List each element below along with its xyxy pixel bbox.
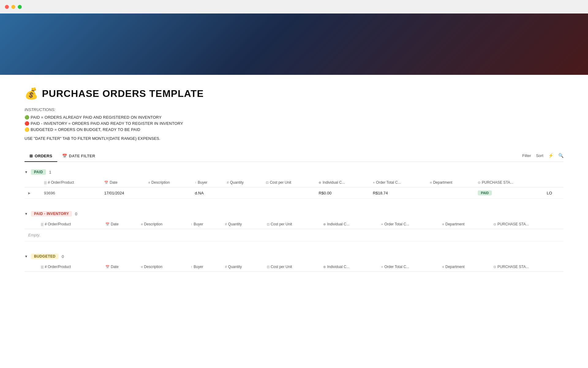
order-description [145,187,191,199]
filter-button[interactable]: Filter [522,153,531,158]
group-budgeted: ▼ BUDGETED 0 |||# Order/Product 📅Date ≡D… [24,254,564,272]
group-paid-header: ▼ PAID 1 [24,169,564,175]
col-department: ≡Department [426,178,474,187]
col-order-product: |||# Order/Product [40,178,101,187]
page-icon: 💰 [24,87,38,100]
col-date: 📅Date [100,178,145,187]
order-individual-cost: R$0.00 [315,187,369,199]
col-buyer: ↑Buyer [187,220,221,229]
group-paid-inventory-table: |||# Order/Product 📅Date ≡Description ↑B… [24,220,564,241]
col-cost-per-unit: ⊡Cost per Unit [263,220,320,229]
col-individual-cost: ⊕Individual C... [319,220,377,229]
order-status: PAID [474,187,543,199]
paid-inventory-table-header-row: |||# Order/Product 📅Date ≡Description ↑B… [24,220,564,229]
col-order-total: +Order Total C... [377,220,438,229]
col-buyer: ↑Buyer [187,262,221,272]
col-order-product: |||# Order/Product [37,262,101,272]
group-paid: ▼ PAID 1 |||# Order/Product 📅Date ≡Descr… [24,169,564,199]
col-quantity: #Quantity [221,220,263,229]
instructions-section: INSTRUCTIONS: 🟢 PAID = ORDERS ALREADY PA… [24,107,564,141]
group-paid-inventory-badge: PAID - INVENTORY [31,211,72,217]
order-total: R$18.74 [369,187,426,199]
col-cost-per-unit: ⊡Cost per Unit [263,262,320,272]
group-budgeted-badge: BUDGETED [31,254,59,259]
group-paid-table: |||# Order/Product 📅Date ≡Description ↑B… [24,178,564,199]
instruction-budgeted: 🟡 BUDGETED = ORDERS ON BUDGET, READY TO … [24,127,564,132]
tab-date-filter[interactable]: 📅 DATE FILTER [57,151,100,162]
lightning-icon[interactable]: ⚡ [548,153,553,158]
col-individual-cost: ⊕Individual C... [315,178,369,187]
col-description: ≡Description [137,262,187,272]
tabs-right: Filter Sort ⚡ 🔍 [522,153,564,159]
close-button[interactable] [5,5,9,9]
instruction-paid-inventory: 🔴 PAID - INVENTORY = ORDERS PAID AND REA… [24,121,564,126]
col-expander [24,178,40,187]
group-paid-inventory-header: ▼ PAID - INVENTORY 0 [24,211,564,217]
col-individual-cost: ⊕Individual C... [319,262,377,272]
page-title: PURCHASE ORDERS TEMPLATE [42,88,204,99]
group-budgeted-count: 0 [62,254,64,259]
group-paid-inventory: ▼ PAID - INVENTORY 0 |||# Order/Product … [24,211,564,241]
col-date: 📅Date [102,220,137,229]
order-date: 17/01/2024 [100,187,145,199]
hero-banner [0,13,588,75]
order-extra: LO [543,187,564,199]
tab-date-filter-label: DATE FILTER [69,154,95,158]
col-status: ⊙PURCHASE STA... [490,262,564,272]
col-department: ≡Department [439,262,490,272]
group-budgeted-table: |||# Order/Product 📅Date ≡Description ↑B… [24,262,564,272]
titlebar [0,0,588,13]
group-paid-count: 1 [49,170,51,174]
col-department: ≡Department [439,220,490,229]
minimize-button[interactable] [11,5,15,9]
group-paid-toggle[interactable]: ▼ [24,170,28,174]
group-budgeted-toggle[interactable]: ▼ [24,255,28,258]
instructions-note: USE "DATE FILTER" TAB TO FILTER MONTLY(D… [24,136,564,141]
maximize-button[interactable] [18,5,22,9]
tabs-row: ⊞ ORDERS 📅 DATE FILTER Filter Sort ⚡ 🔍 [24,151,564,162]
tab-orders[interactable]: ⊞ ORDERS [24,151,57,162]
instruction-paid: 🟢 PAID = ORDERS ALREADY PAID AND REGISTE… [24,115,564,120]
col-order-total: +Order Total C... [369,178,426,187]
col-description: ≡Description [137,220,187,229]
group-paid-inventory-table-wrapper: |||# Order/Product 📅Date ≡Description ↑B… [24,220,564,241]
main-content: 💰 PURCHASE ORDERS TEMPLATE INSTRUCTIONS:… [0,75,588,296]
date-filter-icon: 📅 [62,154,67,158]
col-extra [543,178,564,187]
col-buyer: ↑Buyer [191,178,223,187]
table-row: ▶ 93696 17/01/2024 d.NA R$0.00 R$18.74 P… [24,187,564,199]
search-icon[interactable]: 🔍 [558,153,564,158]
group-budgeted-table-wrapper: |||# Order/Product 📅Date ≡Description ↑B… [24,262,564,272]
paid-table-header-row: |||# Order/Product 📅Date ≡Description ↑B… [24,178,564,187]
sort-button[interactable]: Sort [536,153,543,158]
empty-row: Empty. [24,229,564,241]
order-department [426,187,474,199]
group-paid-badge: PAID [31,169,46,175]
col-order-product: |||# Order/Product [37,220,101,229]
col-description: ≡Description [145,178,191,187]
orders-icon: ⊞ [29,154,33,158]
col-cost-per-unit: ⊡Cost per Unit [262,178,315,187]
status-badge-paid: PAID [478,190,492,195]
empty-label: Empty. [24,229,564,241]
col-order-total: +Order Total C... [377,262,438,272]
col-expander [24,262,37,272]
instructions-label: INSTRUCTIONS: [24,107,564,112]
group-budgeted-header: ▼ BUDGETED 0 [24,254,564,259]
group-paid-inventory-toggle[interactable]: ▼ [24,212,28,216]
row-expander[interactable]: ▶ [24,187,40,199]
tab-orders-label: ORDERS [35,154,52,158]
order-buyer: d.NA [191,187,223,199]
page-title-row: 💰 PURCHASE ORDERS TEMPLATE [24,87,564,100]
tabs-left: ⊞ ORDERS 📅 DATE FILTER [24,151,100,162]
group-paid-inventory-count: 0 [75,212,77,216]
col-quantity: #Quantity [223,178,262,187]
col-expander [24,220,37,229]
group-paid-table-wrapper: |||# Order/Product 📅Date ≡Description ↑B… [24,178,564,199]
col-status: ⊙PURCHASE STA... [474,178,543,187]
order-cost-per-unit [262,187,315,199]
col-quantity: #Quantity [221,262,263,272]
order-number: 93696 [40,187,101,199]
budgeted-table-header-row: |||# Order/Product 📅Date ≡Description ↑B… [24,262,564,272]
col-status: ⊙PURCHASE STA... [490,220,564,229]
